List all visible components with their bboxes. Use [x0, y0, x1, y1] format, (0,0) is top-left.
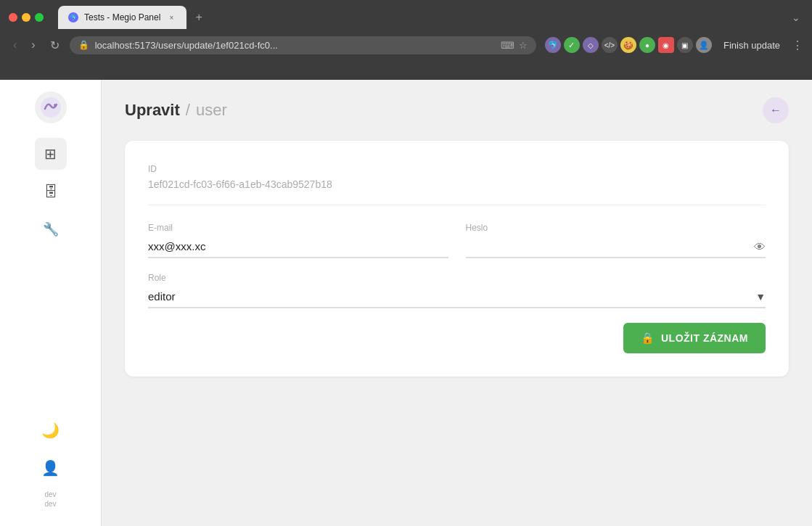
tab-close-button[interactable]: ×: [166, 12, 176, 22]
toolbar-icons: 🐬 ✓ ◇ </> 🍪 ● ◉ ▣ 👤: [545, 37, 712, 53]
logo-icon: [39, 96, 62, 119]
database-icon: 🗄: [44, 184, 58, 200]
eye-icon: 👁: [754, 241, 766, 253]
sidebar-item-database[interactable]: 🗄: [35, 176, 67, 207]
sidebar-item-tools[interactable]: 🔧: [35, 213, 67, 245]
user-add-icon: 👤: [41, 459, 60, 477]
main-content: Upravit / user ← ID 1ef021cd-fc03-6f66-a…: [102, 80, 812, 526]
sidebar-item-dashboard[interactable]: ⊞: [35, 138, 67, 170]
browser-chrome: 🐬 Tests - Megio Panel × + ⌄ ‹ › ↻ 🔒 loca…: [0, 0, 812, 80]
minimize-window-button[interactable]: [22, 13, 30, 22]
id-section: ID 1ef021cd-fc03-6f66-a1eb-43cab9527b18: [148, 164, 766, 205]
sidebar-logo[interactable]: [35, 91, 67, 123]
nav-bar: ‹ › ↻ 🔒 localhost:5173/users/update/1ef0…: [0, 29, 812, 61]
title-bar: 🐬 Tests - Megio Panel × + ⌄: [0, 0, 812, 29]
sidebar-item-nightmode[interactable]: 🌙: [35, 414, 67, 446]
address-icons: ⌨ ☆: [501, 40, 528, 51]
email-field-container: E-mail: [148, 223, 448, 258]
breadcrumb: Upravit / user: [125, 101, 227, 120]
role-select[interactable]: editor admin viewer: [148, 286, 766, 308]
finish-update-button[interactable]: Finish update: [718, 37, 786, 54]
form-actions: 🔒 ULOŽIT ZÁZNAM: [148, 323, 766, 353]
back-navigation-button[interactable]: ‹: [9, 36, 21, 54]
lock-icon: 🔒: [78, 40, 89, 50]
sidebar-bottom: 🌙 👤 dev dev: [35, 414, 67, 514]
extension-icon-5[interactable]: 🍪: [620, 37, 636, 53]
save-record-button[interactable]: 🔒 ULOŽIT ZÁZNAM: [623, 323, 766, 353]
profile-icon[interactable]: 👤: [696, 37, 712, 53]
extension-icon-7[interactable]: ◉: [658, 37, 674, 53]
page-header: Upravit / user ←: [125, 97, 789, 123]
active-tab[interactable]: 🐬 Tests - Megio Panel ×: [58, 6, 186, 29]
extension-icon-1[interactable]: 🐬: [545, 37, 561, 53]
id-value: 1ef021cd-fc03-6f66-a1eb-43cab9527b18: [148, 178, 766, 190]
back-arrow-icon: ←: [770, 104, 782, 117]
extension-icon-8[interactable]: ▣: [677, 37, 693, 53]
extension-icon-4[interactable]: </>: [602, 37, 618, 53]
tab-bar: 🐬 Tests - Megio Panel × +: [58, 6, 783, 29]
role-field-container: Role editor admin viewer ▼: [148, 273, 766, 308]
tab-title: Tests - Megio Panel: [84, 12, 160, 22]
role-row: Role editor admin viewer ▼: [148, 273, 766, 308]
breadcrumb-current: user: [196, 101, 227, 120]
new-tab-button[interactable]: +: [189, 8, 208, 27]
close-window-button[interactable]: [9, 13, 17, 22]
password-input[interactable]: [466, 236, 766, 258]
address-bar[interactable]: 🔒 localhost:5173/users/update/1ef021cd-f…: [70, 36, 536, 54]
toggle-password-button[interactable]: 👁: [754, 241, 766, 254]
extension-icon-2[interactable]: ✓: [564, 37, 580, 53]
save-icon: 🔒: [641, 332, 655, 345]
tools-icon: 🔧: [43, 221, 59, 237]
dev-label: dev dev: [44, 490, 56, 509]
password-field-container: Heslo 👁: [466, 223, 766, 258]
form-card: ID 1ef021cd-fc03-6f66-a1eb-43cab9527b18 …: [125, 141, 789, 377]
tab-favicon: 🐬: [68, 12, 78, 22]
back-button[interactable]: ←: [763, 97, 789, 123]
key-icon[interactable]: ⌨: [501, 40, 514, 51]
address-text: localhost:5173/users/update/1ef021cd-fc0…: [95, 40, 495, 51]
id-label: ID: [148, 164, 766, 174]
tab-expand-button[interactable]: ⌄: [789, 9, 803, 26]
night-mode-icon: 🌙: [41, 422, 60, 439]
email-input[interactable]: [148, 236, 448, 258]
save-label: ULOŽIT ZÁZNAM: [661, 332, 748, 344]
sidebar-item-user-add[interactable]: 👤: [35, 452, 67, 484]
sidebar: ⊞ 🗄 🔧 🌙 👤 dev dev: [0, 80, 102, 526]
extension-icon-3[interactable]: ◇: [583, 37, 599, 53]
breadcrumb-separator: /: [186, 101, 190, 120]
reload-button[interactable]: ↻: [46, 36, 64, 55]
email-label: E-mail: [148, 223, 448, 233]
extension-icon-6[interactable]: ●: [639, 37, 655, 53]
forward-navigation-button[interactable]: ›: [27, 36, 39, 54]
email-password-row: E-mail Heslo 👁: [148, 223, 766, 258]
dashboard-icon: ⊞: [44, 145, 57, 163]
more-options-button[interactable]: ⋮: [792, 38, 803, 52]
star-icon[interactable]: ☆: [519, 40, 528, 51]
breadcrumb-base: Upravit: [125, 101, 180, 120]
role-label: Role: [148, 273, 766, 283]
svg-point-1: [54, 104, 57, 107]
maximize-window-button[interactable]: [35, 13, 44, 22]
password-label: Heslo: [466, 223, 766, 233]
window-controls: [9, 13, 44, 22]
app-layout: ⊞ 🗄 🔧 🌙 👤 dev dev Upravit /: [0, 80, 812, 526]
